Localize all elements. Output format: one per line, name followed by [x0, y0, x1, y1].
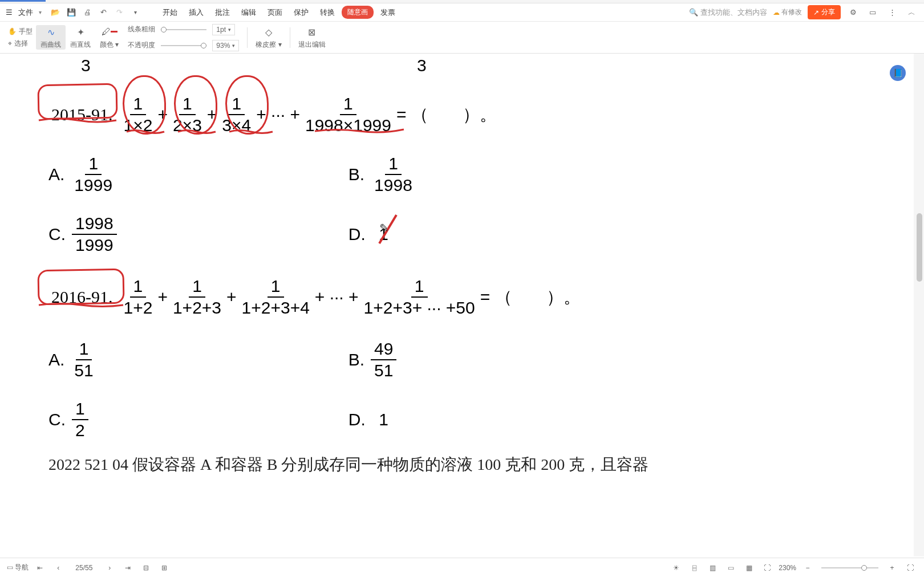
- view-mode-3-icon[interactable]: ▭: [724, 561, 737, 575]
- tab-convert[interactable]: 转换: [315, 5, 339, 20]
- tab-protect[interactable]: 保护: [289, 5, 313, 20]
- zoom-in-button[interactable]: +: [885, 561, 899, 575]
- hand-icon: ✋: [8, 27, 17, 35]
- opacity-label: 不透明度: [128, 40, 155, 50]
- chevron-down-icon[interactable]: ▾: [39, 9, 42, 15]
- thickness-label: 线条粗细: [128, 25, 155, 34]
- fit-width-icon[interactable]: ⛶: [760, 561, 774, 575]
- thickness-value[interactable]: 1pt▾: [212, 24, 235, 35]
- view-mode-2-icon[interactable]: ▥: [706, 561, 719, 575]
- undo-icon[interactable]: ↶: [96, 6, 110, 19]
- zoom-label[interactable]: 230%: [779, 564, 796, 572]
- cursor-icon: ⌖: [8, 39, 12, 47]
- tab-edit[interactable]: 编辑: [237, 5, 261, 20]
- opacity-value[interactable]: 93%▾: [212, 40, 239, 51]
- eraser-tool[interactable]: ◇ 橡皮擦 ▾: [251, 25, 286, 50]
- annotation-circle-2: [174, 75, 217, 135]
- tab-draw[interactable]: 随意画: [342, 6, 374, 19]
- next-page-button[interactable]: ›: [103, 561, 116, 575]
- annotation-under-3: [228, 128, 274, 136]
- plus-box-icon[interactable]: ⊞: [157, 561, 171, 575]
- zoom-slider[interactable]: [821, 567, 878, 568]
- search-icon: 🔍: [689, 8, 698, 17]
- translate-icon: 📘: [893, 68, 903, 78]
- q2-options-row2: C.12 D. 1: [48, 399, 562, 441]
- tab-insert[interactable]: 插入: [184, 5, 208, 20]
- window-icon[interactable]: ▭: [866, 6, 880, 19]
- document-canvas[interactable]: 3 3 2015-91. 11×2 + 12×3 + 13×4 + ··· + …: [0, 54, 914, 556]
- exit-edit-button[interactable]: ⊠ 退出编辑: [294, 25, 330, 50]
- file-menu[interactable]: 文件: [14, 5, 38, 20]
- select-tool[interactable]: ⌖选择: [8, 39, 33, 48]
- redo-icon[interactable]: ↷: [112, 6, 126, 19]
- annotation-circle-3: [225, 75, 269, 135]
- annotation-under-last: [314, 127, 405, 136]
- curve-tool[interactable]: ∿ 画曲线: [36, 25, 66, 50]
- collapse-icon[interactable]: ︿: [905, 6, 918, 19]
- share-button[interactable]: ↗分享: [808, 5, 841, 19]
- q1-options-row1: A.11999 B.11998: [48, 153, 562, 196]
- ribbon-toolbar: ✋手型 ⌖选择 ∿ 画曲线 ✦ 画直线 🖊 颜色 ▾ 线条粗细 1pt▾ 不透明…: [0, 22, 924, 54]
- brightness-icon[interactable]: ☀: [669, 561, 683, 575]
- curve-icon: ∿: [43, 25, 59, 39]
- eraser-icon: ◇: [261, 25, 277, 39]
- question-2: 2016-91. 11+2 + 11+2+3 + 11+2+3+4 + ··· …: [46, 276, 581, 318]
- minus-box-icon[interactable]: ⊟: [139, 561, 153, 575]
- annotation-under-2: [177, 128, 217, 136]
- hamburger-icon[interactable]: ☰: [6, 8, 13, 17]
- residual-top-left: 3: [81, 56, 91, 75]
- annotation-underline-q1num: [38, 116, 117, 124]
- q1-options-row2: C.19981999 D. 1: [48, 213, 562, 255]
- scroll-thumb[interactable]: [917, 213, 922, 282]
- tab-invoice[interactable]: 发票: [376, 5, 400, 20]
- tab-start[interactable]: 开始: [158, 5, 182, 20]
- open-icon[interactable]: 📂: [48, 6, 62, 19]
- view-mode-4-icon[interactable]: ▦: [742, 561, 756, 575]
- line-tool[interactable]: ✦ 画直线: [66, 25, 95, 50]
- pen-cursor-icon: ✎: [379, 221, 389, 235]
- zoom-out-button[interactable]: −: [801, 561, 814, 575]
- print-icon[interactable]: 🖨: [80, 6, 94, 19]
- prev-page-button[interactable]: ‹: [51, 561, 65, 575]
- annotation-under-1: [125, 128, 165, 136]
- status-bar: ▭ 导航 ⇤ ‹ 25/55 › ⇥ ⊟ ⊞ ☀ ⌸ ▥ ▭ ▦ ⛶ 230% …: [0, 558, 924, 577]
- floating-translate-button[interactable]: 📘: [890, 65, 906, 81]
- last-page-button[interactable]: ⇥: [121, 561, 135, 575]
- dropdown-icon[interactable]: ▾: [128, 6, 142, 19]
- more-icon[interactable]: ⋮: [885, 6, 899, 19]
- view-mode-1-icon[interactable]: ⌸: [687, 561, 701, 575]
- q2-options-row1: A.151 B.4951: [48, 339, 562, 381]
- changes-indicator[interactable]: ☁有修改: [773, 7, 802, 17]
- hand-tool[interactable]: ✋手型: [8, 27, 33, 36]
- nav-toggle[interactable]: ▭ 导航: [7, 563, 29, 572]
- annotation-box-q1num: [37, 83, 117, 120]
- thickness-slider[interactable]: [161, 29, 206, 30]
- gear-icon[interactable]: ⚙: [846, 6, 860, 19]
- close-box-icon: ⊠: [304, 25, 320, 39]
- line-icon: ✦: [72, 25, 88, 39]
- opacity-slider[interactable]: [161, 45, 206, 46]
- tab-comment[interactable]: 批注: [210, 5, 234, 20]
- color-picker[interactable]: 🖊 颜色 ▾: [95, 25, 123, 50]
- share-icon: ↗: [813, 9, 819, 17]
- fullscreen-icon[interactable]: ⛶: [903, 561, 917, 575]
- partial-next-question: 2022 521 04 假设容器 A 和容器 B 分别成存同一种物质的溶液 10…: [48, 454, 649, 476]
- save-icon[interactable]: 💾: [64, 6, 78, 19]
- annotation-box-q2num: [37, 269, 124, 306]
- annotation-underline-q2num: [38, 301, 124, 309]
- search-input[interactable]: 🔍 查找功能、文档内容: [689, 7, 767, 18]
- annotation-circle-1: [123, 75, 166, 135]
- page-indicator[interactable]: 25/55: [70, 564, 98, 572]
- vertical-scrollbar[interactable]: [914, 54, 924, 556]
- pen-icon: 🖊: [102, 25, 117, 39]
- residual-top-right: 3: [417, 56, 427, 75]
- first-page-button[interactable]: ⇤: [33, 561, 47, 575]
- tab-page[interactable]: 页面: [263, 5, 287, 20]
- menu-bar: ☰ 文件 ▾ 📂 💾 🖨 ↶ ↷ ▾ 开始 插入 批注 编辑 页面 保护 转换 …: [0, 3, 924, 22]
